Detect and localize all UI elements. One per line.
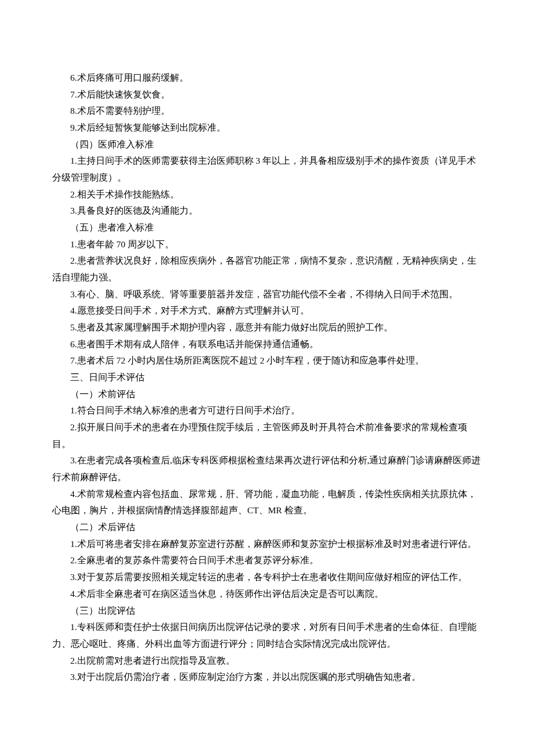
document-paragraph: 3.在患者完成各项检查后,临床专科医师根据检查结果再次进行评估和分析,通过麻醉门… xyxy=(52,452,482,485)
document-paragraph: 4.愿意接受日间手术，对手术方式、麻醉方式理解并认可。 xyxy=(52,303,482,319)
document-paragraph: 4.术后非全麻患者可在病区适当休息，待医师作出评估后决定是否可以离院。 xyxy=(52,586,482,603)
document-paragraph: 1.主持日间手术的医师需要获得主治医师职称 3 年以上，并具备相应级别手术的操作… xyxy=(52,153,482,186)
document-paragraph: 9.术后经短暂恢复能够达到出院标准。 xyxy=(52,120,482,136)
document-paragraph: 2.全麻患者的复苏条件需要符合日间手术患者复苏评分标准。 xyxy=(52,552,482,569)
document-paragraph: 3.具备良好的医德及沟通能力。 xyxy=(52,203,482,219)
document-paragraph: 6.患者围手术期有成人陪伴，有联系电话并能保持通信通畅。 xyxy=(52,336,482,353)
document-paragraph: 7.术后能快速恢复饮食。 xyxy=(52,87,482,103)
document-paragraph: 2.患者营养状况良好，除相应疾病外，各器官功能正常，病情不复杂，意识清醒，无精神… xyxy=(52,253,482,286)
document-paragraph: 2.出院前需对患者进行出院指导及宣教。 xyxy=(52,653,482,669)
document-paragraph: （三）出院评估 xyxy=(52,603,482,620)
document-paragraph: 1.专科医师和责任护士依据日间病历出院评估记录的要求，对所有日间手术患者的生命体… xyxy=(52,619,482,652)
document-paragraph: （五）患者准入标准 xyxy=(52,219,482,236)
document-paragraph: （四）医师准入标准 xyxy=(52,136,482,153)
document-paragraph: 3.对于出院后仍需治疗者，医师应制定治疗方案，并以出院医嘱的形式明确告知患者。 xyxy=(52,669,482,686)
document-paragraph: 3.有心、脑、呼吸系统、肾等重要脏器并发症，器官功能代偿不全者，不得纳入日间手术… xyxy=(52,286,482,303)
document-paragraph: 三、日间手术评估 xyxy=(52,369,482,386)
document-paragraph: 5.患者及其家属理解围手术期护理内容，愿意并有能力做好出院后的照护工作。 xyxy=(52,319,482,336)
document-paragraph: 8.术后不需要特别护理。 xyxy=(52,103,482,120)
document-paragraph: 1.术后可将患者安排在麻醉复苏室进行苏醒，麻醉医师和复苏室护士根据标准及时对患者… xyxy=(52,536,482,553)
document-paragraph: 7.患者术后 72 小时内居住场所距离医院不超过 2 小时车程，便于随访和应急事… xyxy=(52,352,482,369)
document-paragraph: （二）术后评估 xyxy=(52,519,482,536)
document-paragraph: 1.符合日间手术纳入标准的患者方可进行日间手术治疗。 xyxy=(52,402,482,419)
document-paragraph: 1.患者年龄 70 周岁以下。 xyxy=(52,236,482,253)
document-paragraph: 3.对于复苏后需要按照相关规定转运的患者，各专科护士在患者收住期间应做好相应的评… xyxy=(52,569,482,586)
document-paragraph: 2.拟开展日间手术的患者在办理预住院手续后，主管医师及时开具符合术前准备要求的常… xyxy=(52,419,482,452)
document-paragraph: 4.术前常规检查内容包括血、尿常规，肝、肾功能，凝血功能，电解质，传染性疾病相关… xyxy=(52,486,482,519)
document-paragraph: 2.相关手术操作技能熟练。 xyxy=(52,186,482,203)
document-paragraph: 6.术后疼痛可用口服药缓解。 xyxy=(52,70,482,87)
document-paragraph: （一）术前评估 xyxy=(52,386,482,403)
